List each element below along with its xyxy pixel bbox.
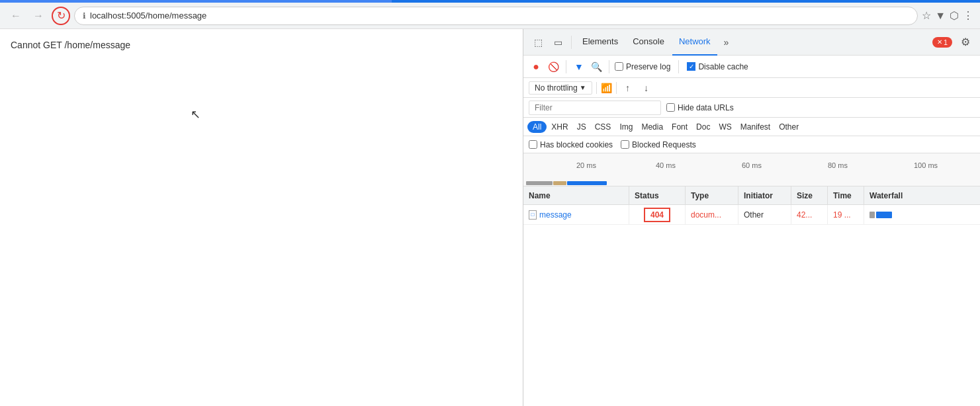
tab-elements[interactable]: Elements bbox=[576, 29, 625, 56]
download-button[interactable]: ↓ bbox=[639, 81, 654, 95]
doc-icon: □ bbox=[529, 210, 537, 220]
devtools-panel: ⬚ ▭ Elements Console Network » ✕ 1 ⚙ bbox=[523, 29, 980, 406]
type-media-button[interactable]: Media bbox=[637, 121, 667, 133]
search-button[interactable]: 🔍 bbox=[589, 60, 603, 74]
toolbar-separator-1 bbox=[566, 60, 566, 73]
devtools-cursor-icon[interactable]: ⬚ bbox=[529, 33, 547, 52]
waterfall-mini-gray bbox=[526, 181, 553, 185]
req-size-cell: 42... bbox=[791, 205, 828, 224]
waterfall-bar-blue bbox=[876, 212, 892, 218]
timeline-header: 20 ms 40 ms 60 ms 80 ms 100 ms bbox=[523, 153, 980, 186]
back-button[interactable]: ← bbox=[7, 7, 25, 25]
tick-100ms: 100 ms bbox=[914, 161, 938, 169]
address-bar[interactable]: ℹ localhost:5005/home/message bbox=[74, 7, 918, 25]
devtools-separator bbox=[571, 36, 572, 49]
throttle-select[interactable]: No throttling ▼ bbox=[529, 81, 592, 95]
settings-button[interactable]: ⚙ bbox=[956, 33, 975, 52]
tab-console[interactable]: Console bbox=[626, 29, 671, 56]
waterfall-bar-gray bbox=[869, 212, 875, 218]
col-header-size[interactable]: Size bbox=[791, 186, 828, 204]
col-header-status[interactable]: Status bbox=[629, 186, 686, 204]
network-toolbar-2: No throttling ▼ 📶 ↑ ↓ bbox=[523, 78, 980, 98]
hide-data-urls-checkbox[interactable] bbox=[666, 103, 675, 112]
refresh-button[interactable]: ↻ bbox=[52, 7, 70, 25]
tab-more[interactable]: » bbox=[719, 29, 735, 56]
disable-cache-checkbox-label[interactable]: ✓ Disable cache bbox=[687, 62, 748, 71]
waterfall-mini-blue bbox=[567, 181, 607, 185]
req-initiator-cell: Other bbox=[738, 205, 791, 224]
type-manifest-button[interactable]: Manifest bbox=[736, 121, 774, 133]
table-header-row: Name Status Type Initiator Size Time Wat… bbox=[523, 186, 980, 205]
col-header-initiator[interactable]: Initiator bbox=[738, 186, 791, 204]
tick-40ms: 40 ms bbox=[656, 161, 676, 169]
status-error-box: 404 bbox=[644, 208, 670, 222]
toolbar-separator-5 bbox=[616, 82, 617, 94]
col-header-time[interactable]: Time bbox=[828, 186, 864, 204]
req-time-cell: 19 ... bbox=[828, 205, 864, 224]
stop-button[interactable]: 🚫 bbox=[546, 60, 560, 74]
req-waterfall-cell bbox=[864, 205, 980, 224]
network-toolbar-1: ● 🚫 ▼ 🔍 Preserve log ✓ Disable cache bbox=[523, 56, 980, 78]
devtools-tabs: ⬚ ▭ Elements Console Network » ✕ 1 ⚙ bbox=[523, 29, 980, 56]
hide-data-urls-label[interactable]: Hide data URLs bbox=[666, 103, 734, 112]
type-img-button[interactable]: Img bbox=[615, 121, 637, 133]
type-ws-button[interactable]: WS bbox=[715, 121, 735, 133]
tick-80ms: 80 ms bbox=[828, 161, 848, 169]
preserve-log-checkbox[interactable] bbox=[615, 62, 623, 71]
wifi-icon: 📶 bbox=[601, 83, 612, 93]
page-content: Cannot GET /home/message ↖ bbox=[0, 29, 523, 406]
waterfall-mini-tan bbox=[553, 181, 566, 185]
tick-60ms: 60 ms bbox=[742, 161, 762, 169]
type-css-button[interactable]: CSS bbox=[591, 121, 615, 133]
throttle-dropdown-icon: ▼ bbox=[580, 84, 586, 91]
request-table: Name Status Type Initiator Size Time Wat… bbox=[523, 186, 980, 406]
col-header-waterfall[interactable]: Waterfall bbox=[864, 186, 980, 204]
cursor: ↖ bbox=[191, 107, 200, 122]
address-text: localhost:5005/home/message bbox=[90, 11, 206, 20]
preserve-log-checkbox-label[interactable]: Preserve log bbox=[615, 62, 670, 71]
page-error-message: Cannot GET /home/message bbox=[11, 40, 512, 50]
type-other-button[interactable]: Other bbox=[775, 121, 803, 133]
filter-input[interactable] bbox=[529, 101, 661, 115]
req-status-cell: 404 bbox=[629, 205, 686, 224]
type-filter-row: All XHR JS CSS Img Media Font Doc WS Man… bbox=[523, 118, 980, 136]
toolbar-separator-4 bbox=[596, 82, 597, 94]
browser-toolbar: ← → ↻ ℹ localhost:5005/home/message ☆ ▼ … bbox=[0, 3, 980, 29]
security-icon: ℹ bbox=[83, 11, 86, 20]
more-icon[interactable]: ⋮ bbox=[963, 9, 973, 22]
table-row[interactable]: □ message 404 docum... Other 42... 19 ..… bbox=[523, 205, 980, 225]
type-all-button[interactable]: All bbox=[527, 121, 547, 133]
disable-cache-checked-icon: ✓ bbox=[687, 62, 695, 71]
record-button[interactable]: ● bbox=[529, 60, 543, 74]
cookies-row: Has blocked cookies Blocked Requests bbox=[523, 136, 980, 153]
tab-network[interactable]: Network bbox=[672, 29, 717, 56]
type-js-button[interactable]: JS bbox=[573, 121, 590, 133]
forward-button[interactable]: → bbox=[29, 7, 48, 25]
tick-20ms: 20 ms bbox=[576, 161, 596, 169]
bookmark-icon[interactable]: ☆ bbox=[922, 9, 931, 22]
toolbar-separator-3 bbox=[678, 60, 679, 73]
filter-button[interactable]: ▼ bbox=[572, 60, 586, 74]
type-font-button[interactable]: Font bbox=[668, 121, 691, 133]
blocked-requests-label[interactable]: Blocked Requests bbox=[621, 140, 696, 149]
extension-icon[interactable]: ⬡ bbox=[950, 9, 959, 22]
menu-icon[interactable]: ▼ bbox=[935, 10, 946, 22]
has-blocked-cookies-checkbox[interactable] bbox=[529, 140, 537, 149]
req-name-cell: □ message bbox=[523, 205, 629, 224]
devtools-device-icon[interactable]: ▭ bbox=[549, 33, 567, 52]
type-doc-button[interactable]: Doc bbox=[692, 121, 714, 133]
upload-button[interactable]: ↑ bbox=[621, 81, 635, 95]
has-blocked-cookies-label[interactable]: Has blocked cookies bbox=[529, 140, 613, 149]
filter-row: Hide data URLs bbox=[523, 98, 980, 118]
req-type-cell: docum... bbox=[686, 205, 738, 224]
blocked-requests-checkbox[interactable] bbox=[621, 140, 629, 149]
col-header-name[interactable]: Name bbox=[523, 186, 629, 204]
toolbar-separator-2 bbox=[609, 60, 609, 73]
col-header-type[interactable]: Type bbox=[686, 186, 738, 204]
type-xhr-button[interactable]: XHR bbox=[547, 121, 572, 133]
error-badge: ✕ 1 bbox=[932, 37, 952, 48]
